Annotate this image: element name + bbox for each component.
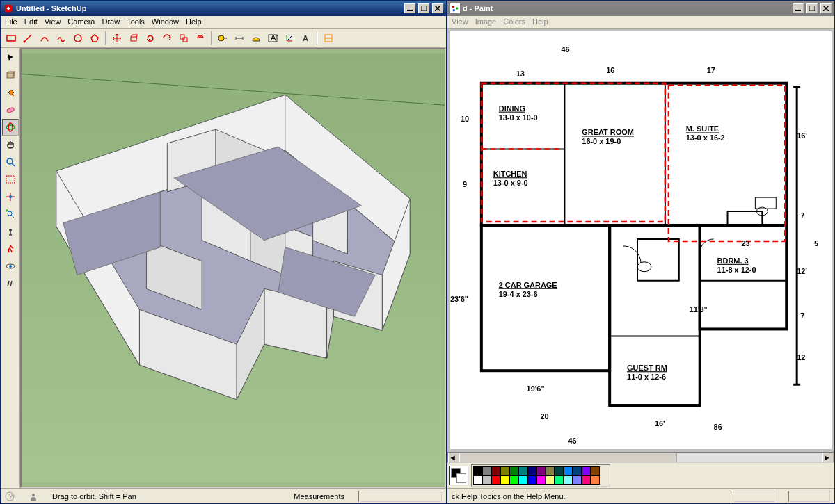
color-swatch[interactable]	[564, 466, 573, 475]
orbit-tool-icon[interactable]	[2, 119, 19, 136]
zoom-tool-icon[interactable]	[2, 154, 19, 170]
paint-minimize-button[interactable]	[793, 3, 804, 13]
dimension-tool-icon[interactable]	[232, 31, 247, 46]
axes-tool-icon[interactable]	[282, 31, 297, 46]
color-swatch[interactable]	[527, 475, 536, 485]
menu-edit[interactable]: Edit	[24, 17, 38, 26]
color-swatch[interactable]	[536, 466, 546, 475]
zoom-window-tool-icon[interactable]	[2, 171, 19, 188]
color-swatch[interactable]	[546, 475, 555, 485]
svg-text:46: 46	[561, 45, 569, 54]
paint-app-icon	[450, 3, 460, 13]
color-swatch[interactable]	[473, 475, 482, 485]
select-tool-icon[interactable]	[2, 49, 19, 66]
color-swatch[interactable]	[555, 475, 564, 485]
color-swatch[interactable]	[473, 466, 482, 475]
circle-tool-icon[interactable]	[70, 31, 86, 46]
color-swatch[interactable]	[518, 466, 527, 475]
menu-camera[interactable]: Camera	[67, 17, 95, 26]
paint-menu-colors[interactable]: Colors	[503, 17, 525, 26]
color-swatch[interactable]	[555, 466, 564, 475]
paint-menu-image[interactable]: Image	[475, 17, 497, 26]
pan-tool-icon[interactable]	[2, 136, 19, 153]
svg-rect-51	[450, 3, 460, 13]
color-swatch[interactable]	[573, 475, 582, 485]
paint-menu-view[interactable]: View	[452, 17, 468, 26]
sketchup-titlebar[interactable]: Untitled - SketchUp	[1, 1, 446, 16]
menu-window[interactable]: Window	[152, 17, 179, 26]
color-fg-bg[interactable]	[449, 466, 468, 485]
color-swatch[interactable]	[573, 466, 582, 475]
svg-text:20: 20	[541, 412, 549, 421]
followme-tool-icon[interactable]	[159, 31, 175, 46]
pushpull-tool-icon[interactable]	[126, 31, 141, 46]
walk-tool-icon[interactable]	[2, 241, 19, 257]
color-swatch[interactable]	[500, 475, 509, 485]
color-swatch[interactable]	[582, 475, 591, 485]
scale-tool-icon[interactable]	[176, 31, 191, 46]
text-tool-icon[interactable]: A1	[265, 31, 280, 46]
paint-size	[788, 491, 830, 502]
paint-menu-help[interactable]: Help	[532, 17, 548, 26]
color-swatch[interactable]	[500, 466, 509, 475]
color-swatch[interactable]	[564, 475, 573, 485]
minimize-button[interactable]	[404, 3, 415, 13]
section-plane-tool-icon[interactable]	[2, 275, 19, 292]
component-tool-icon[interactable]	[2, 67, 19, 83]
paint-maximize-button[interactable]	[806, 3, 818, 13]
paint-hscrollbar[interactable]: ◄ ►	[447, 452, 834, 463]
menu-view[interactable]: View	[45, 17, 61, 26]
color-swatch[interactable]	[491, 475, 500, 485]
color-swatch[interactable]	[591, 475, 600, 485]
close-button[interactable]	[432, 3, 443, 13]
freehand-tool-icon[interactable]	[54, 31, 69, 46]
color-swatch[interactable]	[491, 466, 500, 475]
paint-bucket-tool-icon[interactable]	[2, 84, 19, 101]
scroll-left-icon[interactable]: ◄	[448, 453, 459, 462]
rectangle-tool-icon[interactable]	[3, 31, 19, 46]
color-swatch[interactable]	[582, 466, 591, 475]
color-swatch[interactable]	[518, 475, 527, 485]
eraser-tool-icon[interactable]	[2, 101, 19, 118]
look-around-tool-icon[interactable]	[2, 258, 19, 275]
sketchup-app-icon	[3, 3, 13, 13]
maximize-button[interactable]	[418, 3, 429, 13]
move-tool-icon[interactable]	[109, 31, 125, 46]
svg-text:46: 46	[568, 437, 576, 445]
line-tool-icon[interactable]	[20, 31, 35, 46]
paint-close-button[interactable]	[820, 3, 832, 13]
color-swatch[interactable]	[546, 466, 555, 475]
position-camera-tool-icon[interactable]	[2, 223, 19, 240]
color-swatch[interactable]	[482, 466, 491, 475]
svg-point-24	[9, 229, 12, 231]
measurements-input[interactable]	[358, 491, 442, 502]
protractor-tool-icon[interactable]	[248, 31, 264, 46]
arc-tool-icon[interactable]	[37, 31, 52, 46]
color-swatch[interactable]	[527, 466, 536, 475]
sketchup-toolbar: A1 A	[1, 29, 446, 48]
tape-tool-icon[interactable]	[215, 31, 230, 46]
zoom-extents-tool-icon[interactable]	[2, 188, 19, 205]
svg-point-19	[8, 123, 13, 131]
color-swatch[interactable]	[482, 475, 491, 485]
menu-help[interactable]: Help	[186, 17, 202, 26]
polygon-tool-icon[interactable]	[87, 31, 102, 46]
menu-tools[interactable]: Tools	[127, 17, 145, 26]
color-swatch[interactable]	[536, 475, 546, 485]
svg-text:13: 13	[516, 70, 525, 78]
paint-canvas[interactable]: DINING 13-0 x 10-0 GREAT ROOM 16-0 x 19-…	[450, 31, 832, 449]
offset-tool-icon[interactable]	[193, 31, 208, 46]
svg-text:9: 9	[463, 180, 467, 188]
color-swatch[interactable]	[509, 475, 518, 485]
paint-titlebar[interactable]: d - Paint	[447, 1, 834, 16]
section-tool-icon[interactable]	[321, 31, 336, 46]
3dtext-tool-icon[interactable]: A	[299, 31, 314, 46]
previous-tool-icon[interactable]	[2, 206, 19, 222]
sketchup-viewport[interactable]	[20, 48, 446, 488]
rotate-tool-icon[interactable]	[143, 31, 158, 46]
menu-draw[interactable]: Draw	[102, 17, 120, 26]
menu-file[interactable]: File	[5, 17, 17, 26]
color-swatch[interactable]	[591, 466, 600, 475]
scroll-right-icon[interactable]: ►	[822, 453, 834, 462]
color-swatch[interactable]	[509, 466, 518, 475]
